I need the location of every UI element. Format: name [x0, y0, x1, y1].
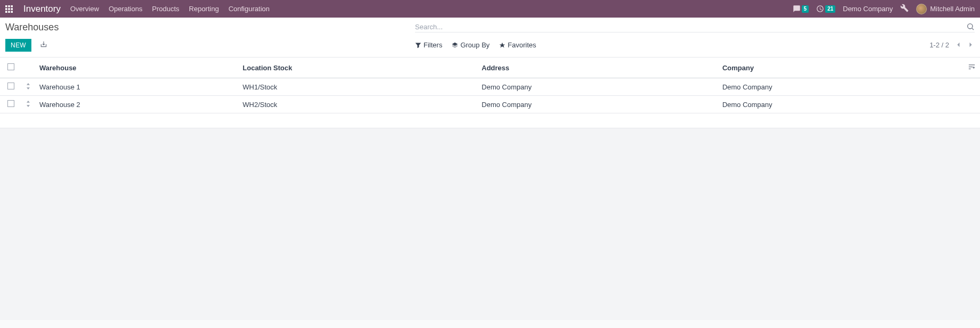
page-background [0, 128, 980, 320]
nav-operations[interactable]: Operations [109, 5, 143, 13]
nav-products[interactable]: Products [152, 5, 179, 13]
search-bar[interactable] [415, 22, 975, 32]
debug-icon[interactable] [900, 4, 909, 14]
filters-button[interactable]: Filters [415, 41, 442, 49]
user-name: Mitchell Admin [930, 5, 975, 13]
control-panel: Warehouses NEW Filters Group By [0, 18, 980, 58]
list-view: Warehouse Location Stock Address Company… [0, 58, 980, 128]
top-navbar: Inventory Overview Operations Products R… [0, 0, 980, 18]
apps-icon[interactable] [5, 5, 13, 13]
search-icon[interactable] [966, 22, 975, 31]
sliders-icon [968, 63, 976, 71]
svg-rect-1 [8, 5, 10, 7]
table-row[interactable]: Warehouse 1 WH1/Stock Demo Company Demo … [0, 78, 980, 96]
sort-icon [26, 101, 31, 107]
select-all-checkbox[interactable] [7, 63, 14, 70]
pager-prev[interactable] [954, 40, 962, 50]
pager-range[interactable]: 1-2 / 2 [929, 41, 949, 49]
favorites-label: Favorites [508, 41, 536, 49]
svg-line-10 [972, 28, 974, 30]
cell-company: Demo Company [718, 78, 959, 96]
nav-reporting[interactable]: Reporting [189, 5, 219, 13]
messages-count: 5 [802, 5, 809, 13]
table-row[interactable]: Warehouse 2 WH2/Stock Demo Company Demo … [0, 96, 980, 113]
activities-count: 21 [825, 5, 835, 13]
cell-address: Demo Company [477, 96, 718, 113]
groupby-label: Group By [460, 41, 489, 49]
cell-address: Demo Company [477, 78, 718, 96]
filters-label: Filters [423, 41, 442, 49]
table-footer-gap [0, 113, 980, 128]
cell-location-stock: WH1/Stock [238, 78, 477, 96]
groupby-button[interactable]: Group By [452, 41, 489, 49]
svg-rect-2 [11, 5, 13, 7]
layers-icon [452, 42, 458, 48]
download-button[interactable] [38, 38, 49, 52]
favorites-button[interactable]: Favorites [499, 41, 536, 49]
filter-icon [415, 42, 421, 48]
pager: 1-2 / 2 [929, 40, 975, 50]
col-company[interactable]: Company [718, 58, 959, 78]
clock-icon [816, 5, 824, 13]
svg-rect-6 [5, 11, 7, 13]
cell-warehouse: Warehouse 2 [35, 96, 238, 113]
drag-handle[interactable] [21, 96, 35, 113]
col-location-stock[interactable]: Location Stock [238, 58, 477, 78]
pager-next[interactable] [967, 40, 975, 50]
sort-icon [26, 83, 31, 89]
col-warehouse[interactable]: Warehouse [35, 58, 238, 78]
cell-company: Demo Company [718, 96, 959, 113]
svg-rect-3 [5, 8, 7, 10]
row-checkbox[interactable] [7, 100, 14, 107]
row-checkbox[interactable] [7, 83, 14, 89]
activities-button[interactable]: 21 [816, 5, 835, 13]
star-icon [499, 42, 505, 48]
download-icon [40, 40, 47, 48]
nav-configuration[interactable]: Configuration [228, 5, 269, 13]
table-header-row: Warehouse Location Stock Address Company [0, 58, 980, 78]
svg-rect-4 [8, 8, 10, 10]
svg-rect-7 [8, 11, 10, 13]
chat-icon [793, 5, 801, 13]
search-input[interactable] [415, 23, 962, 31]
svg-rect-8 [11, 11, 13, 13]
chevron-right-icon [968, 42, 974, 47]
svg-point-9 [968, 24, 973, 29]
svg-rect-5 [11, 8, 13, 10]
breadcrumb: Warehouses [5, 22, 415, 33]
avatar [916, 4, 927, 14]
messages-button[interactable]: 5 [793, 5, 809, 13]
user-menu[interactable]: Mitchell Admin [916, 4, 975, 14]
company-switcher[interactable]: Demo Company [843, 5, 893, 13]
chevron-left-icon [956, 42, 961, 47]
cell-warehouse: Warehouse 1 [35, 78, 238, 96]
app-title[interactable]: Inventory [23, 4, 61, 14]
drag-handle[interactable] [21, 78, 35, 96]
optional-columns-button[interactable] [959, 58, 980, 78]
col-address[interactable]: Address [477, 58, 718, 78]
svg-rect-0 [5, 5, 7, 7]
nav-overview[interactable]: Overview [70, 5, 99, 13]
new-button[interactable]: NEW [5, 39, 31, 52]
cell-location-stock: WH2/Stock [238, 96, 477, 113]
